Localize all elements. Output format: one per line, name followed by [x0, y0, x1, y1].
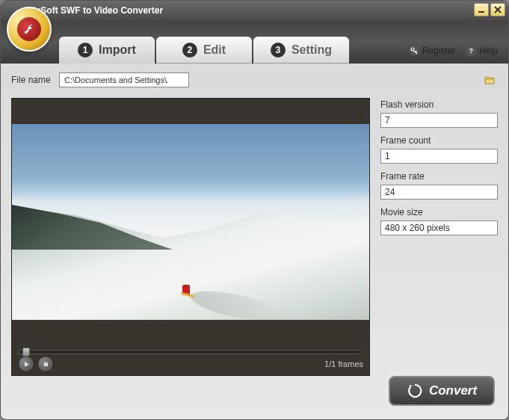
flash-icon: [17, 17, 41, 41]
svg-rect-2: [44, 362, 48, 366]
help-label: Help: [479, 46, 498, 56]
titlebar: iPixSoft SWF to Video Converter: [1, 1, 508, 20]
minimize-button[interactable]: [474, 3, 489, 16]
close-button[interactable]: [490, 3, 505, 16]
tab-label: Setting: [291, 43, 332, 57]
seek-handle[interactable]: [22, 348, 30, 356]
seek-track[interactable]: [18, 350, 363, 354]
tab-label: Import: [99, 43, 136, 57]
frame-rate-label: Frame rate: [380, 171, 498, 182]
convert-button[interactable]: Convert: [389, 376, 495, 406]
flash-version-label: Flash version: [380, 99, 498, 110]
skier: [182, 285, 193, 297]
help-link[interactable]: ? Help: [466, 46, 498, 56]
filename-input[interactable]: [59, 72, 189, 87]
filename-label: File name: [11, 75, 53, 85]
header-links: Register ? Help: [409, 46, 498, 56]
svg-rect-0: [478, 11, 484, 13]
tab-number: 3: [271, 43, 286, 58]
header: 1 Import 2 Edit 3 Setting Register ? Hel…: [1, 20, 508, 64]
play-button[interactable]: [18, 356, 34, 372]
convert-icon: [407, 383, 423, 399]
stop-button[interactable]: [37, 356, 54, 372]
tab-number: 2: [182, 43, 197, 58]
frames-text: 1/1 frames: [324, 359, 363, 368]
movie-size-label: Movie size: [380, 207, 498, 217]
preview-image: [12, 124, 369, 320]
tab-import[interactable]: 1 Import: [59, 37, 155, 64]
filename-wrapper: [59, 72, 498, 87]
tab-label: Edit: [203, 43, 226, 57]
preview-panel: 1/1 frames: [11, 98, 370, 376]
content: File name: [1, 64, 508, 385]
register-link[interactable]: Register: [409, 46, 456, 56]
tab-setting[interactable]: 3 Setting: [253, 37, 349, 64]
flash-version-field: 7: [380, 113, 498, 128]
frame-rate-field: 24: [380, 185, 498, 200]
frame-count-field: 1: [380, 149, 498, 164]
frame-count-label: Frame count: [380, 135, 498, 146]
browse-icon[interactable]: [484, 75, 496, 85]
info-panel: Flash version 7 Frame count 1 Frame rate…: [380, 98, 498, 376]
convert-label: Convert: [429, 383, 477, 398]
tab-number: 1: [78, 43, 93, 58]
app-logo: [7, 7, 52, 52]
filename-row: File name: [11, 72, 498, 87]
app-window: iPixSoft SWF to Video Converter 1 Import…: [0, 0, 509, 420]
key-icon: [409, 46, 419, 56]
main-row: 1/1 frames Flash version 7 Frame count 1…: [11, 98, 498, 376]
window-controls: [474, 3, 505, 16]
register-label: Register: [422, 46, 456, 56]
preview-canvas: [12, 99, 369, 345]
ski-trail: [188, 285, 281, 320]
svg-point-1: [411, 48, 414, 51]
tab-edit[interactable]: 2 Edit: [156, 37, 252, 64]
tabs: 1 Import 2 Edit 3 Setting: [59, 37, 349, 64]
movie-size-field: 480 x 260 pixels: [380, 220, 498, 235]
help-icon: ?: [466, 46, 476, 56]
player-controls: 1/1 frames: [12, 345, 369, 375]
